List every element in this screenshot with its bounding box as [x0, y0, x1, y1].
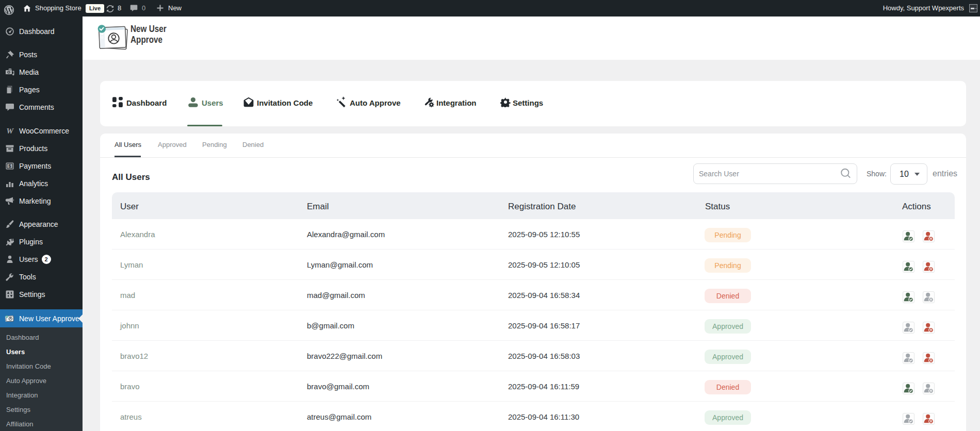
- svg-text:W: W: [6, 127, 14, 135]
- svg-text:$: $: [8, 163, 11, 169]
